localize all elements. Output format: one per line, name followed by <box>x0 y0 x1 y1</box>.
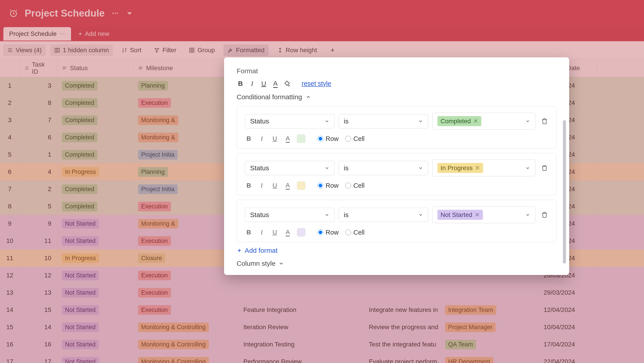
cell-status[interactable]: Not Started <box>57 215 134 232</box>
cell-milestone[interactable]: Planning <box>134 77 239 94</box>
cell-task[interactable]: Feature Integration <box>239 302 364 318</box>
conditional-formatting-header[interactable]: Conditional formatting <box>237 93 556 101</box>
scope-cell-radio[interactable]: Cell <box>345 229 364 236</box>
cell-status[interactable]: Completed <box>57 77 134 94</box>
cell-task-id[interactable]: 8 <box>20 94 57 111</box>
cell-milestone[interactable]: Monitoring & <box>134 215 239 232</box>
rule-column-select[interactable]: Status <box>245 161 334 175</box>
cell-assigned[interactable]: Integration Team <box>440 302 539 318</box>
group-button[interactable]: Group <box>185 44 219 56</box>
underline-icon[interactable]: U <box>271 228 278 236</box>
panel-scrollbar[interactable] <box>563 120 566 264</box>
cell-status[interactable]: In Progress <box>57 163 134 180</box>
column-style-header[interactable]: Column style <box>237 260 556 267</box>
rule-operator-select[interactable]: is <box>338 114 428 128</box>
cell-task-id[interactable]: 15 <box>20 302 57 318</box>
cell-task-id[interactable]: 13 <box>20 284 57 301</box>
cell-assigned[interactable]: HR Department <box>440 353 539 363</box>
table-row[interactable]: 1717Not StartedMonitoring & ControllingP… <box>0 353 644 363</box>
rule-operator-select[interactable]: is <box>338 161 428 175</box>
cell-milestone[interactable]: Execution <box>134 232 239 250</box>
add-tool-button[interactable] <box>326 45 340 55</box>
cell-task-id[interactable]: 6 <box>20 129 57 146</box>
cell-status[interactable]: Not Started <box>57 336 134 353</box>
fill-color-swatch[interactable] <box>297 134 306 143</box>
italic-icon[interactable]: I <box>248 80 256 88</box>
cell-assigned[interactable]: Project Manager <box>440 319 539 336</box>
text-color-icon[interactable]: A <box>284 228 292 236</box>
views-button[interactable]: Views (4) <box>3 44 46 56</box>
cell-status[interactable]: Not Started <box>57 302 134 318</box>
cell-milestone[interactable]: Closure <box>134 250 239 267</box>
more-icon[interactable] <box>111 10 119 17</box>
rule-operator-select[interactable]: is <box>338 208 428 222</box>
reset-style-link[interactable]: reset style <box>302 80 331 88</box>
bold-icon[interactable]: B <box>245 228 252 236</box>
table-row[interactable]: 1313Not StartedExecution29/03/2024 <box>0 284 644 302</box>
underline-icon[interactable]: U <box>260 80 268 88</box>
chip-remove-icon[interactable]: ✕ <box>475 164 480 172</box>
scope-row-radio[interactable]: Row <box>318 135 338 142</box>
table-row[interactable]: 1415Not StartedExecutionFeature Integrat… <box>0 302 644 319</box>
filter-button[interactable]: Filter <box>150 44 180 56</box>
cell-status[interactable]: Completed <box>57 180 134 198</box>
cell-start-date[interactable]: 12/04/2024 <box>539 302 598 318</box>
cell-milestone[interactable]: Monitoring & Controlling <box>134 353 239 363</box>
cell-assigned[interactable]: QA Team <box>440 336 539 353</box>
hidden-columns-button[interactable]: 1 hidden column <box>50 44 113 56</box>
rule-column-select[interactable]: Status <box>245 114 334 128</box>
text-color-icon[interactable]: A <box>284 182 292 189</box>
text-color-icon[interactable]: A <box>284 135 292 142</box>
cell-task-id[interactable]: 3 <box>20 77 57 94</box>
fill-color-swatch[interactable] <box>297 228 306 236</box>
cell-status[interactable]: Completed <box>57 112 134 128</box>
chip-remove-icon[interactable]: ✕ <box>474 211 480 218</box>
cell-milestone[interactable]: Execution <box>134 267 239 284</box>
cell-task-id[interactable]: 14 <box>20 319 57 336</box>
cell-milestone[interactable]: Planning <box>134 163 239 180</box>
cell-status[interactable]: Completed <box>57 129 134 146</box>
cell-milestone[interactable]: Execution <box>134 198 239 215</box>
cell-task-id[interactable]: 2 <box>20 180 57 198</box>
cell-start-date[interactable]: 22/04/2024 <box>539 353 598 363</box>
table-row[interactable]: 1616Not StartedMonitoring & ControllingI… <box>0 336 644 353</box>
chevron-down-icon[interactable] <box>126 10 133 17</box>
cell-description[interactable] <box>364 284 440 301</box>
fill-color-icon[interactable] <box>283 80 291 88</box>
cell-task[interactable]: Integration Testing <box>239 336 364 353</box>
scope-cell-radio[interactable]: Cell <box>345 135 364 142</box>
cell-task-id[interactable]: 5 <box>20 198 57 215</box>
more-icon[interactable] <box>60 31 65 36</box>
cell-status[interactable]: Not Started <box>57 267 134 284</box>
rule-value-select[interactable]: Completed✕ <box>432 113 535 130</box>
cell-milestone[interactable]: Project Initia <box>134 146 239 163</box>
cell-description[interactable]: Review the progress and <box>364 319 440 336</box>
cell-task-id[interactable]: 12 <box>20 267 57 284</box>
cell-status[interactable]: Completed <box>57 146 134 163</box>
col-task-id[interactable]: Task ID <box>20 59 57 77</box>
add-new-tab[interactable]: Add new <box>73 30 114 38</box>
italic-icon[interactable]: I <box>258 228 266 236</box>
formatted-button[interactable]: Formatted <box>224 44 269 56</box>
cell-milestone[interactable]: Execution <box>134 94 239 111</box>
cell-status[interactable]: In Progress <box>57 250 134 267</box>
cell-status[interactable]: Not Started <box>57 284 134 301</box>
cell-description[interactable]: Evaluate project perform <box>364 353 440 363</box>
fill-color-swatch[interactable] <box>297 181 306 190</box>
cell-task-id[interactable]: 16 <box>20 336 57 353</box>
cell-milestone[interactable]: Monitoring & <box>134 112 239 128</box>
cell-description[interactable]: Integrate new features in <box>364 302 440 318</box>
cell-start-date[interactable]: 29/03/2024 <box>539 284 598 301</box>
cell-status[interactable]: Not Started <box>57 319 134 336</box>
scope-cell-radio[interactable]: Cell <box>345 182 364 189</box>
cell-milestone[interactable]: Project Initia <box>134 180 239 198</box>
cell-status[interactable]: Completed <box>57 94 134 111</box>
delete-rule-icon[interactable] <box>541 211 548 219</box>
bold-icon[interactable]: B <box>237 80 244 88</box>
cell-milestone[interactable]: Execution <box>134 284 239 301</box>
cell-milestone[interactable]: Monitoring & Controlling <box>134 336 239 353</box>
bold-icon[interactable]: B <box>245 135 252 142</box>
cell-task-id[interactable]: 11 <box>20 232 57 250</box>
rule-value-select[interactable]: Not Started✕ <box>432 206 535 223</box>
text-color-icon[interactable]: A <box>272 80 279 88</box>
